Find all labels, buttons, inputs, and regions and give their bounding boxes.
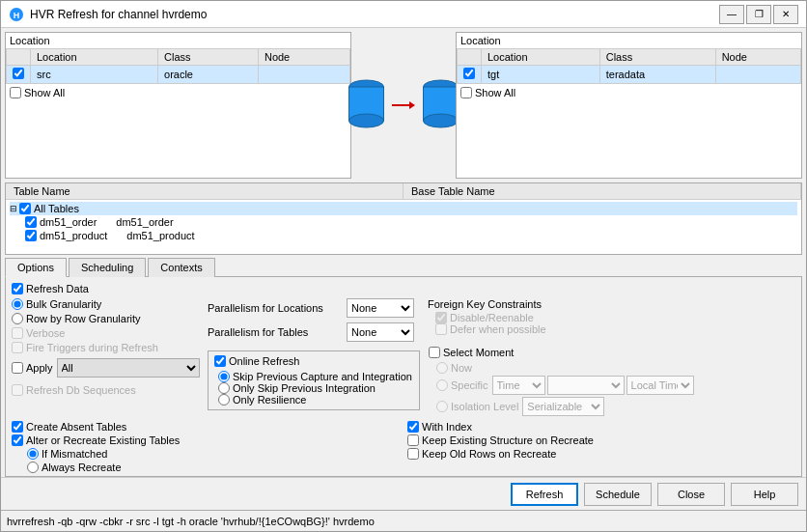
close-button[interactable]: Close	[657, 483, 725, 506]
keep-old-rows-checkbox[interactable]	[407, 448, 419, 460]
right-location-table: Location Class Node tgt teradata	[457, 48, 801, 84]
base-table-name-header: Base Table Name	[404, 183, 801, 199]
refresh-data-checkbox[interactable]	[12, 283, 23, 294]
online-refresh-group: Online Refresh Skip Previous Capture and…	[208, 350, 420, 410]
table-name-header: Table Name	[6, 183, 404, 199]
left-show-all-label[interactable]: Show All	[10, 87, 347, 98]
refresh-db-sequences-label: Refresh Db Sequences	[12, 384, 200, 396]
bulk-granularity-label[interactable]: Bulk Granularity	[12, 298, 200, 310]
always-recreate-radio[interactable]	[27, 462, 39, 473]
schedule-button[interactable]: Schedule	[584, 483, 652, 506]
right-show-all-label[interactable]: Show All	[460, 87, 797, 98]
only-skip-prev-text: Only Skip Previous Integration	[233, 382, 376, 394]
apply-select[interactable]: All	[57, 358, 200, 378]
tab-bar: Options Scheduling Contexts	[5, 257, 802, 277]
left-show-all-checkbox[interactable]	[10, 87, 21, 98]
select-moment-label[interactable]: Select Moment	[429, 347, 794, 358]
restore-button[interactable]: ❐	[746, 5, 771, 24]
now-text: Now	[451, 362, 472, 374]
table-header: Table Name Base Table Name	[6, 183, 801, 200]
right-col-class: Class	[599, 49, 715, 66]
arrow-icon	[392, 98, 415, 113]
keep-old-rows-label[interactable]: Keep Old Rows on Recreate	[407, 448, 795, 460]
tab-options[interactable]: Options	[5, 258, 67, 277]
select-moment-group: Select Moment Now Specific	[428, 346, 795, 417]
right-row-location: tgt	[482, 66, 600, 84]
create-absent-checkbox[interactable]	[12, 421, 23, 433]
fire-triggers-label: Fire Triggers during Refresh	[12, 342, 200, 353]
fire-triggers-checkbox	[12, 342, 23, 353]
options-col-2: Parallelism for Locations None 2 4 8 Par…	[208, 298, 420, 417]
disable-reenable-checkbox	[435, 312, 447, 323]
right-show-all-checkbox[interactable]	[460, 87, 472, 98]
minimize-button[interactable]: —	[719, 5, 744, 24]
bottom-col-right: With Index Keep Existing Structure on Re…	[407, 421, 795, 473]
parallelism-tables-label: Parallelism for Tables	[208, 326, 343, 338]
online-refresh-label[interactable]: Online Refresh	[214, 355, 413, 367]
right-show-all-text: Show All	[475, 87, 515, 98]
right-row-checkbox[interactable]	[463, 68, 475, 79]
app-icon: H	[9, 7, 24, 22]
tabs-section: Options Scheduling Contexts	[5, 257, 802, 277]
dm51-product-checkbox[interactable]	[25, 230, 37, 241]
specific-text: Specific	[451, 379, 488, 391]
apply-row: Apply All	[12, 358, 200, 378]
cylinder-area	[355, 32, 452, 179]
bulk-granularity-radio[interactable]	[12, 298, 23, 310]
time-type-select: Time	[492, 376, 545, 395]
parallelism-locations-select[interactable]: None 2 4 8	[347, 298, 414, 318]
main-window: H HVR Refresh for channel hvrdemo — ❐ ✕ …	[0, 0, 807, 532]
specific-row: Specific Time Local Time	[436, 376, 794, 395]
dm51-order-checkbox[interactable]	[25, 216, 37, 228]
defer-when-text: Defer when possible	[450, 323, 546, 335]
rowbyrow-granularity-label[interactable]: Row by Row Granularity	[12, 313, 200, 324]
options-row: Bulk Granularity Row by Row Granularity …	[12, 298, 795, 417]
always-recreate-label[interactable]: Always Recreate	[27, 462, 400, 473]
with-index-checkbox[interactable]	[407, 421, 419, 433]
close-window-button[interactable]: ✕	[773, 5, 798, 24]
keep-existing-checkbox[interactable]	[407, 434, 419, 446]
all-tables-checkbox[interactable]	[19, 203, 31, 214]
rowbyrow-granularity-radio[interactable]	[12, 313, 23, 324]
now-radio	[436, 362, 448, 374]
only-resilience-radio[interactable]	[218, 394, 230, 406]
help-button[interactable]: Help	[731, 483, 798, 506]
skip-prev-capture-radio[interactable]	[218, 371, 230, 382]
skip-prev-capture-label[interactable]: Skip Previous Capture and Integration	[218, 371, 413, 382]
if-mismatched-label[interactable]: If Mismatched	[27, 448, 400, 460]
left-location-panel: Location Location Class Node src	[5, 32, 351, 179]
tab-contexts[interactable]: Contexts	[148, 258, 214, 277]
left-row-checkbox[interactable]	[13, 68, 24, 79]
only-skip-prev-label[interactable]: Only Skip Previous Integration	[218, 382, 413, 394]
isolation-radio	[436, 401, 448, 412]
only-resilience-label[interactable]: Only Resilience	[218, 394, 413, 406]
if-mismatched-radio[interactable]	[27, 448, 39, 460]
apply-checkbox-label[interactable]: Apply	[12, 362, 53, 374]
alter-recreate-checkbox[interactable]	[12, 434, 23, 446]
table-section: Table Name Base Table Name ⊟ All Tables …	[5, 182, 802, 255]
verbose-checkbox	[12, 327, 23, 339]
refresh-data-text: Refresh Data	[26, 283, 89, 294]
refresh-button[interactable]: Refresh	[511, 483, 578, 506]
status-bar: hvrrefresh -qb -qrw -cbkr -r src -l tgt …	[1, 510, 806, 531]
apply-checkbox[interactable]	[12, 362, 23, 374]
only-skip-prev-radio[interactable]	[218, 382, 230, 394]
with-index-label[interactable]: With Index	[407, 421, 795, 433]
keep-existing-label[interactable]: Keep Existing Structure on Recreate	[407, 434, 795, 446]
isolation-row: Isolation Level Serializable	[436, 397, 794, 416]
specific-label: Specific	[436, 379, 488, 391]
online-refresh-checkbox[interactable]	[214, 355, 226, 367]
left-col-node: Node	[258, 49, 349, 66]
tab-scheduling[interactable]: Scheduling	[69, 258, 146, 277]
fire-triggers-text: Fire Triggers during Refresh	[26, 342, 158, 353]
refresh-data-label[interactable]: Refresh Data	[12, 283, 795, 294]
select-moment-checkbox[interactable]	[429, 347, 440, 358]
alter-recreate-label[interactable]: Alter or Recreate Existing Tables	[12, 434, 400, 446]
left-row-class: oracle	[158, 66, 259, 84]
alter-recreate-text: Alter or Recreate Existing Tables	[26, 434, 180, 446]
right-row-check-cell	[458, 66, 482, 84]
bulk-granularity-text: Bulk Granularity	[26, 298, 101, 310]
left-col-class: Class	[158, 49, 259, 66]
create-absent-label[interactable]: Create Absent Tables	[12, 421, 400, 433]
parallelism-tables-select[interactable]: None 2 4 8	[347, 322, 414, 342]
